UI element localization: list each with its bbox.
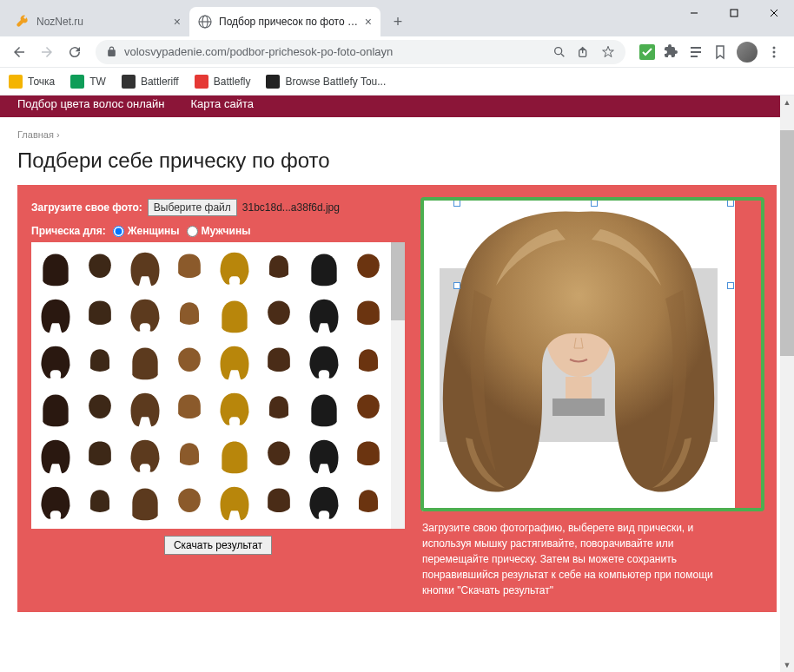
hairstyle-option[interactable] xyxy=(35,339,76,385)
list-icon[interactable] xyxy=(688,44,704,60)
folder-icon xyxy=(9,75,23,89)
hairstyle-option[interactable] xyxy=(303,339,345,385)
hairstyle-option[interactable] xyxy=(79,480,121,525)
hairstyle-option[interactable] xyxy=(347,293,389,338)
star-icon[interactable] xyxy=(601,45,615,59)
reload-button[interactable] xyxy=(63,40,87,64)
bookmark-item[interactable]: TW xyxy=(70,75,106,89)
bookmark-icon[interactable] xyxy=(712,44,728,60)
hairstyle-option[interactable] xyxy=(347,246,389,291)
scroll-down-arrow[interactable]: ▼ xyxy=(780,658,794,672)
close-icon[interactable]: × xyxy=(365,15,372,29)
hairstyle-option[interactable] xyxy=(303,246,345,291)
hairstyle-option[interactable] xyxy=(124,480,166,525)
radio-men[interactable] xyxy=(187,226,198,237)
hairstyle-option[interactable] xyxy=(303,480,345,525)
resize-handle[interactable] xyxy=(727,282,734,289)
svg-point-13 xyxy=(773,55,776,57)
download-button[interactable]: Скачать результат xyxy=(164,536,272,555)
check-extension-icon[interactable] xyxy=(639,44,655,60)
nav-link[interactable]: Подбор цвета волос онлайн xyxy=(17,97,165,110)
hairstyle-option[interactable] xyxy=(124,386,166,432)
svg-point-12 xyxy=(773,50,776,53)
nav-link[interactable]: Карта сайта xyxy=(191,97,254,110)
resize-handle[interactable] xyxy=(727,200,734,207)
menu-icon[interactable] xyxy=(766,44,782,60)
hairstyle-option[interactable] xyxy=(35,293,76,338)
site-icon xyxy=(266,75,280,89)
url-input[interactable]: volosvypadenie.com/podbor-prichesok-po-f… xyxy=(96,40,625,64)
hairstyle-option[interactable] xyxy=(258,339,300,385)
browser-tab-inactive[interactable]: NozNet.ru × xyxy=(7,7,189,36)
hairstyle-option[interactable] xyxy=(169,293,210,338)
selection-handles[interactable] xyxy=(457,203,731,368)
page-scrollbar-thumb[interactable] xyxy=(780,130,794,356)
profile-avatar[interactable] xyxy=(737,42,758,63)
hairstyle-option[interactable] xyxy=(124,433,166,478)
hairstyle-option[interactable] xyxy=(303,386,345,432)
bookmark-item[interactable]: Точка xyxy=(9,75,55,89)
hairstyle-option[interactable] xyxy=(214,480,255,525)
hairstyle-option[interactable] xyxy=(214,293,255,338)
hairstyle-option[interactable] xyxy=(258,433,300,478)
resize-handle[interactable] xyxy=(453,282,460,289)
hairstyle-option[interactable] xyxy=(169,386,210,432)
maximize-button[interactable] xyxy=(714,0,754,26)
forward-button[interactable] xyxy=(35,40,59,64)
hairstyle-option[interactable] xyxy=(347,433,389,478)
hairstyle-option[interactable] xyxy=(214,433,255,478)
hairstyle-option[interactable] xyxy=(79,246,121,291)
gallery-scrollbar-thumb[interactable] xyxy=(391,242,405,320)
search-icon[interactable] xyxy=(552,45,566,59)
puzzle-icon[interactable] xyxy=(664,44,679,60)
hairstyle-option[interactable] xyxy=(169,480,210,525)
hairstyle-option[interactable] xyxy=(35,386,76,432)
hairstyle-option[interactable] xyxy=(214,246,255,291)
hairstyle-option[interactable] xyxy=(79,339,121,385)
share-icon[interactable] xyxy=(577,45,591,59)
hairstyle-option[interactable] xyxy=(214,386,255,432)
new-tab-button[interactable]: + xyxy=(386,10,410,34)
scroll-up-arrow[interactable]: ▲ xyxy=(780,96,794,109)
hairstyle-option[interactable] xyxy=(258,246,300,291)
preview-canvas[interactable] xyxy=(422,199,735,511)
hairstyle-option[interactable] xyxy=(303,433,345,478)
hairstyle-option[interactable] xyxy=(79,386,121,432)
radio-women[interactable] xyxy=(113,226,124,237)
hairstyle-option[interactable] xyxy=(124,246,166,291)
hairstyle-option[interactable] xyxy=(124,339,166,385)
bookmark-item[interactable]: Battleriff xyxy=(122,75,179,89)
breadcrumb-home[interactable]: Главная xyxy=(17,129,54,140)
hairstyle-option[interactable] xyxy=(35,246,76,291)
page-scrollbar[interactable]: ▲ ▼ xyxy=(780,96,794,672)
hairstyle-option[interactable] xyxy=(79,433,121,478)
bookmark-item[interactable]: Battlefly xyxy=(195,75,251,89)
hairstyle-option[interactable] xyxy=(258,386,300,432)
minimize-button[interactable] xyxy=(674,0,714,26)
hairstyle-option[interactable] xyxy=(347,339,389,385)
hairstyle-option[interactable] xyxy=(35,480,76,525)
controls-column: Загрузите свое фото: Выберите файл 31bc1… xyxy=(31,199,405,598)
svg-point-7 xyxy=(555,47,562,54)
hairstyle-option[interactable] xyxy=(124,293,166,338)
browser-tab-active[interactable]: Подбор причесок по фото онла × xyxy=(189,7,380,36)
hairstyle-option[interactable] xyxy=(169,339,210,385)
bookmark-item[interactable]: Browse Battlefy Tou... xyxy=(266,75,386,89)
hairstyle-option[interactable] xyxy=(258,480,300,525)
hairstyle-option[interactable] xyxy=(214,339,255,385)
hairstyle-option[interactable] xyxy=(169,246,210,291)
hairstyle-option[interactable] xyxy=(35,433,76,478)
back-button[interactable] xyxy=(7,40,31,64)
hairstyle-option[interactable] xyxy=(347,480,389,525)
resize-handle[interactable] xyxy=(453,200,460,207)
choose-file-button[interactable]: Выберите файл xyxy=(148,199,237,216)
hairstyle-option[interactable] xyxy=(347,386,389,432)
close-icon[interactable]: × xyxy=(174,15,181,29)
resize-handle[interactable] xyxy=(591,200,598,207)
hairstyle-option[interactable] xyxy=(169,433,210,478)
hairstyle-option[interactable] xyxy=(303,293,345,338)
hairstyle-option[interactable] xyxy=(258,293,300,338)
hairstyle-option[interactable] xyxy=(79,293,121,338)
hairstyle-gallery[interactable] xyxy=(31,242,405,529)
close-window-button[interactable] xyxy=(754,0,794,26)
